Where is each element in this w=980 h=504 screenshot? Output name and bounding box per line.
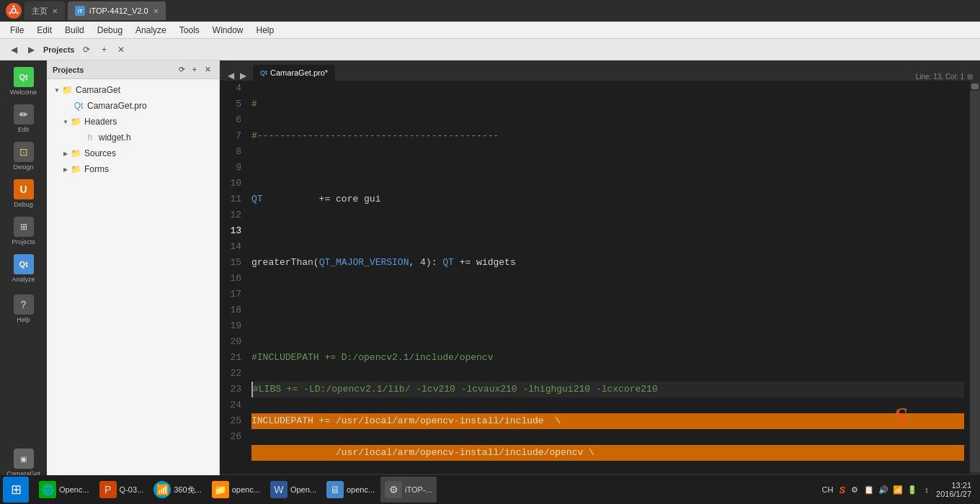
editor-forward-btn[interactable]: ▶ <box>238 71 249 81</box>
word-icon: W <box>270 481 288 498</box>
sources-arrow: ▶ <box>61 149 70 158</box>
tab-itop-label: iTOP-4412_V2.0 <box>89 6 148 15</box>
tree-root-label: CamaraGet <box>76 85 120 95</box>
panel-sync-btn[interactable]: ⟳ <box>176 64 187 76</box>
tree-pro-label: CamaraGet.pro <box>87 101 147 111</box>
toolbar-add[interactable]: + <box>96 42 112 58</box>
project-tree: ▼ 📁 CamaraGet Qt CamaraGet.pro ▼ 📁 Heade <box>47 79 219 484</box>
sidebar-projects[interactable]: ⊞ Projects <box>6 213 42 249</box>
taskbar-tray: CH S ⚙ 📋 🔊 📶 🔋 ↕ 13:21 2016/1/27 <box>822 481 978 498</box>
toolbar-forward[interactable]: ▶ <box>23 42 39 58</box>
toolbar-sync[interactable]: ⟳ <box>79 42 94 58</box>
tree-sources[interactable]: ▶ 📁 Sources <box>47 145 219 161</box>
tree-sources-label: Sources <box>84 148 116 158</box>
tree-root[interactable]: ▼ 📁 CamaraGet <box>47 82 219 98</box>
editor-position: Line: 13, Col: 1 ⊞ <box>912 73 977 81</box>
tree-forms-label: Forms <box>84 164 109 174</box>
tray-s-icon: S <box>839 485 845 495</box>
tray-lang: CH <box>822 485 834 494</box>
tray-icon-4: 📶 <box>891 483 904 496</box>
edit-label: Edit <box>18 126 30 133</box>
panel-close-btn[interactable]: ✕ <box>202 64 213 76</box>
editor-tab-label: CamaraGet.pro* <box>270 68 328 77</box>
tree-forms[interactable]: ▶ 📁 Forms <box>47 161 219 177</box>
editor-tab-pro[interactable]: Qt CamaraGet.pro* <box>253 65 335 81</box>
help-label: Help <box>17 316 30 323</box>
openc3-icon: 🖥 <box>326 481 344 498</box>
panel-add-btn[interactable]: + <box>189 64 200 76</box>
line-num-22: 22 <box>224 366 241 382</box>
word-label: Open... <box>290 485 316 494</box>
design-label: Design <box>13 163 33 171</box>
taskbar-start[interactable]: ⊞ <box>3 477 29 503</box>
line-num-26: 26 <box>224 429 241 445</box>
line-num-11: 11 <box>224 192 241 207</box>
line-num-15: 15 <box>224 255 241 271</box>
editor-tab-icon: Qt <box>260 69 267 76</box>
app-window: 主页 ✕ iT iTOP-4412_V2.0 ✕ File Edit Build… <box>0 0 980 504</box>
editor-back-btn[interactable]: ◀ <box>226 71 236 81</box>
design-icon: ⊡ <box>14 142 34 162</box>
tray-icon-1: ⚙ <box>848 483 861 496</box>
tray-icon-3: 🔊 <box>877 483 890 496</box>
tray-icon-5: 🔋 <box>906 483 919 496</box>
taskbar-item-q03[interactable]: P Q-03... <box>95 477 148 503</box>
code-content[interactable]: # #-------------------------------------… <box>246 81 970 474</box>
tab-itop[interactable]: iT iTOP-4412_V2.0 ✕ <box>68 1 166 20</box>
sidebar-welcome[interactable]: Qt Welcome <box>6 63 42 99</box>
code-line-15: /usr/local/arm/opencv-install/include/op… <box>251 445 964 461</box>
menu-tools[interactable]: Tools <box>174 24 205 37</box>
toolbar-back[interactable]: ◀ <box>6 42 22 58</box>
taskbar-item-word[interactable]: W Open... <box>266 477 321 503</box>
expand-btn[interactable]: ⊞ <box>967 73 973 81</box>
sidebar-design[interactable]: ⊡ Design <box>6 138 42 174</box>
menu-build[interactable]: Build <box>59 24 90 37</box>
headers-arrow: ▼ <box>61 117 70 126</box>
line-num-23: 23 <box>224 382 241 397</box>
menu-help[interactable]: Help <box>251 24 280 37</box>
taskbar: ⊞ 🌐 Openc... P Q-03... 📶 360免... 📁 openc… <box>0 475 980 504</box>
editor-nav: ◀ ▶ <box>223 71 251 81</box>
tree-pro-file[interactable]: Qt CamaraGet.pro <box>47 98 219 114</box>
sidebar-debug[interactable]: U Debug <box>6 176 42 212</box>
sidebar-analyze[interactable]: Qt Analyze <box>6 251 42 287</box>
code-line-7: QT += core gui <box>251 192 964 207</box>
tab-itop-close[interactable]: ✕ <box>153 7 159 15</box>
editor-tabs: ◀ ▶ Qt CamaraGet.pro* Line: 13, Col: 1 ⊞ <box>220 60 980 81</box>
menu-window[interactable]: Window <box>207 24 249 37</box>
menu-analyze[interactable]: Analyze <box>130 24 172 37</box>
code-line-14: INCLUDEPATH += /usr/local/arm/opencv-ins… <box>251 413 964 429</box>
welcome-label: Welcome <box>10 89 37 96</box>
toolbar-close[interactable]: ✕ <box>113 42 129 58</box>
line-num-13: 13 <box>224 223 241 239</box>
debug-label: Debug <box>14 201 33 208</box>
taskbar-item-360[interactable]: 📶 360免... <box>149 477 206 503</box>
debug-icon: U <box>14 179 34 199</box>
panel-header: Projects ⟳ + ✕ <box>47 60 219 79</box>
editor-scrollbar-v[interactable] <box>970 81 980 474</box>
svg-point-4 <box>9 12 11 14</box>
q03-label: Q-03... <box>120 485 144 494</box>
sidebar-edit[interactable]: ✏ Edit <box>6 101 42 137</box>
menu-debug[interactable]: Debug <box>92 24 128 37</box>
code-editor[interactable]: 4 5 6 7 8 9 10 11 12 13 14 15 16 17 18 1… <box>220 81 980 474</box>
main-content: Qt Welcome ✏ Edit ⊡ Design U Debu <box>0 60 980 484</box>
tab-home-close[interactable]: ✕ <box>52 7 58 15</box>
taskbar-item-openc2[interactable]: 📁 openc... <box>208 477 264 503</box>
taskbar-time: 13:21 2016/1/27 <box>936 481 971 498</box>
menu-file[interactable]: File <box>4 24 30 37</box>
tree-widget-h[interactable]: h widget.h <box>47 130 219 145</box>
pro-icon: Qt <box>73 100 84 112</box>
headers-folder-icon: 📁 <box>70 116 81 127</box>
taskbar-item-itop[interactable]: ⚙ iTOP-... <box>380 477 437 503</box>
menu-edit[interactable]: Edit <box>31 24 58 37</box>
tree-headers[interactable]: ▼ 📁 Headers <box>47 114 219 130</box>
panel-header-actions: ⟳ + ✕ <box>176 64 213 76</box>
taskbar-item-openc3[interactable]: 🖥 openc... <box>322 477 379 503</box>
tray-icon-2: 📋 <box>863 483 876 496</box>
line-num-17: 17 <box>224 287 241 302</box>
taskbar-item-opencvc[interactable]: 🌐 Openc... <box>35 477 94 503</box>
tab-home[interactable]: 主页 ✕ <box>24 1 65 20</box>
sidebar-help[interactable]: ? Help <box>6 291 42 327</box>
line-num-25: 25 <box>224 413 241 429</box>
